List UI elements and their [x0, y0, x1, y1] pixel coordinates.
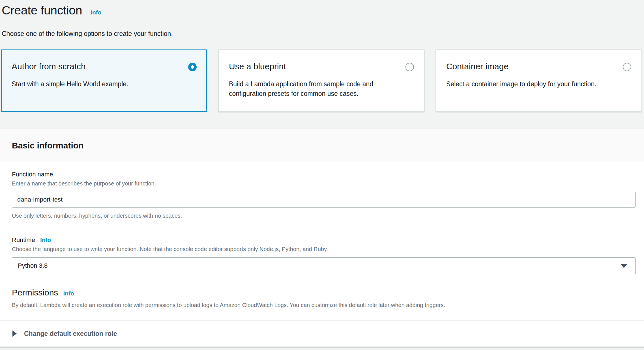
permissions-section: Permissions Info By default, Lambda will… [12, 288, 636, 309]
panel-bottom-border [0, 347, 644, 347]
option-card-title: Use a blueprint [229, 61, 286, 72]
option-card-title: Author from scratch [12, 61, 86, 72]
option-card-use-a-blueprint[interactable]: Use a blueprint Build a Lambda applicati… [218, 49, 424, 112]
runtime-info-link[interactable]: Info [40, 237, 51, 243]
change-default-execution-role-expander[interactable]: Change default execution role [0, 321, 644, 347]
runtime-label: Runtime [12, 236, 35, 244]
function-name-description: Enter a name that describes the purpose … [12, 180, 636, 187]
function-name-field-group: Function name Enter a name that describe… [12, 170, 636, 219]
expander-arrow-icon [12, 330, 17, 337]
option-card-title: Container image [446, 61, 508, 72]
function-name-label: Function name [12, 170, 636, 179]
basic-information-title: Basic information [12, 141, 83, 150]
option-card-author-from-scratch[interactable]: Author from scratch Start with a simple … [1, 49, 207, 112]
basic-information-panel: Basic information Function name Enter a … [0, 129, 644, 347]
page-title: Create function [2, 3, 82, 17]
radio-selected-icon[interactable] [188, 63, 197, 71]
runtime-select[interactable]: Python 3.8 [12, 257, 636, 274]
option-card-description: Start with a simple Hello World example. [12, 79, 168, 89]
function-name-input[interactable] [12, 192, 636, 208]
page-header: Create function Info Choose one of the f… [0, 0, 644, 38]
dropdown-caret-icon [621, 264, 627, 268]
permissions-info-link[interactable]: Info [63, 290, 74, 297]
option-card-description: Select a container image to deploy for y… [446, 79, 602, 89]
page-subtitle: Choose one of the following options to c… [2, 30, 642, 38]
expander-label: Change default execution role [24, 329, 117, 338]
radio-unselected-icon[interactable] [623, 63, 631, 71]
basic-information-header: Basic information [0, 129, 644, 162]
option-card-description: Build a Lambda application from sample c… [229, 79, 385, 99]
runtime-selected-value: Python 3.8 [18, 262, 48, 269]
option-card-container-image[interactable]: Container image Select a container image… [436, 49, 642, 112]
permissions-description: By default, Lambda will create an execut… [12, 301, 636, 309]
radio-unselected-icon[interactable] [405, 63, 414, 71]
permissions-heading: Permissions [12, 288, 58, 297]
page-title-info-link[interactable]: Info [91, 9, 101, 16]
runtime-field-group: Runtime Info Choose the language to use … [12, 236, 636, 274]
runtime-description: Choose the language to use to write your… [12, 245, 636, 253]
function-name-constraint: Use only letters, numbers, hyphens, or u… [12, 212, 636, 219]
creation-option-cards: Author from scratch Start with a simple … [1, 49, 642, 112]
